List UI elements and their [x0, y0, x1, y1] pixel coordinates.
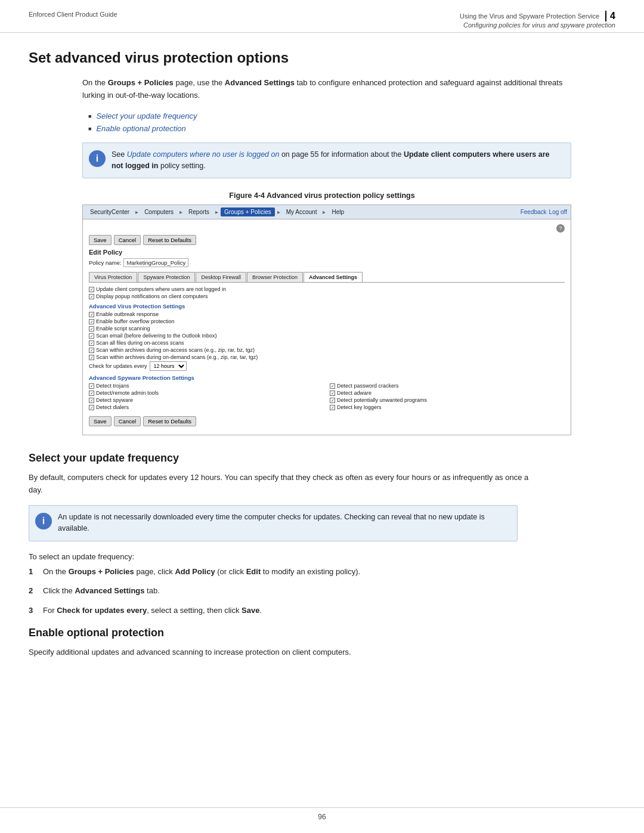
nav-reports[interactable]: Reports	[185, 208, 213, 216]
screenshot-policy-label: Policy name:	[89, 259, 121, 266]
cb-buffer[interactable]	[89, 319, 94, 324]
cb-row-email: Scan email (before delivering to the Out…	[89, 333, 565, 339]
cb-outbreak[interactable]	[89, 312, 94, 317]
screenshot-btn-row: Save Cancel Reset to Defaults	[89, 235, 565, 245]
screenshot-cancel-btn[interactable]: Cancel	[114, 235, 141, 245]
page-footer: 96	[0, 807, 644, 821]
cb-archives-demand-label: Scan within archives during on-demand sc…	[96, 354, 258, 360]
select-freq-section: Select your update frequency By default,…	[29, 452, 615, 617]
tab-advanced-settings[interactable]: Advanced Settings	[304, 272, 363, 282]
cb-dialers-label: Detect dialers	[96, 404, 129, 410]
header-chapter-title: Using the Virus and Spyware Protection S…	[460, 13, 599, 20]
screenshot-btn-row-bottom: Save Cancel Reset to Defaults	[89, 416, 565, 426]
nav-feedback[interactable]: Feedback	[521, 209, 547, 215]
nav-computers[interactable]: Computers	[141, 208, 177, 216]
screenshot-save-btn[interactable]: Save	[89, 235, 112, 245]
cb-password-crackers[interactable]	[330, 383, 335, 389]
cb-row-dialers: Detect dialers	[89, 404, 324, 410]
cb-password-crackers-label: Detect password crackers	[337, 383, 399, 389]
screenshot-edit-policy: Edit Policy	[89, 249, 565, 256]
bullet-list: Select your update frequency Enable opti…	[88, 112, 615, 133]
intro-paragraph: On the Groups + Policies page, use the A…	[82, 77, 571, 102]
screenshot-freq-label: Check for updates every	[89, 363, 147, 369]
select-freq-para: By default, computers check for updates …	[29, 472, 541, 497]
cb-archives-demand[interactable]	[89, 355, 94, 360]
cb-row-adware: Detect adware	[330, 390, 565, 396]
screenshot-reset-btn[interactable]: Reset to Defaults	[143, 235, 196, 245]
cb-row-archives-demand: Scan within archives during on-demand sc…	[89, 354, 565, 360]
step-1: 1 On the Groups + Policies page, click A…	[29, 566, 541, 578]
cb-adware-label: Detect adware	[337, 390, 371, 396]
cb-pup-label: Detect potentially unwanted programs	[337, 397, 427, 403]
tab-desktop-firewall[interactable]: Desktop Firewall	[196, 272, 246, 282]
help-icon[interactable]: ?	[556, 224, 565, 233]
cb-row-update-clients: Update client computers where users are …	[89, 286, 565, 292]
screenshot-spyware-grid: Detect trojans Detect/remote admin tools…	[89, 383, 565, 411]
tab-spyware-protection[interactable]: Spyware Protection	[138, 272, 195, 282]
screenshot-policy-input[interactable]: MarketingGroup_Policy	[123, 258, 188, 267]
info-link[interactable]: Update computers where no user is logged…	[127, 150, 280, 159]
cb-keyloggers[interactable]	[330, 405, 335, 410]
select-freq-info-box: i An update is not necessarily downloade…	[29, 505, 518, 541]
select-freq-heading: Select your update frequency	[29, 452, 615, 465]
cb-trojans-label: Detect trojans	[96, 383, 129, 389]
cb-all-files[interactable]	[89, 340, 94, 346]
cb-row-archives-access: Scan within archives during on-access sc…	[89, 347, 565, 353]
info-box: SecurityCenteri See Update computers whe…	[82, 143, 571, 179]
screenshot-reset-btn-bottom[interactable]: Reset to Defaults	[143, 416, 196, 426]
cb-update-clients[interactable]	[89, 287, 94, 292]
screenshot-tabs: Virus Protection Spyware Protection Desk…	[89, 272, 565, 283]
cb-row-display-popup: Display popup notifications on client co…	[89, 293, 565, 299]
screenshot-freq-select[interactable]: 12 hours	[150, 361, 187, 371]
cb-keyloggers-label: Detect key loggers	[337, 404, 382, 410]
cb-dialers[interactable]	[89, 405, 94, 410]
screenshot-freq-row: Check for updates every 12 hours	[89, 361, 565, 371]
steps-list: 1 On the Groups + Policies page, click A…	[29, 566, 615, 617]
nav-security-center[interactable]: SecurityCenter	[86, 208, 133, 216]
nav-help[interactable]: Help	[328, 208, 348, 216]
nav-my-account[interactable]: My Account	[283, 208, 321, 216]
cb-row-spyware: Detect spyware	[89, 397, 324, 403]
step-1-text: On the Groups + Policies page, click Add…	[43, 566, 360, 578]
cb-email[interactable]	[89, 333, 94, 339]
tab-virus-protection[interactable]: Virus Protection	[89, 272, 137, 282]
cb-row-admin-tools: Detect/remote admin tools	[89, 390, 324, 396]
footer-page-num: 96	[318, 813, 326, 821]
page-title: Set advanced virus protection options	[29, 49, 615, 66]
screenshot-cancel-btn-bottom[interactable]: Cancel	[114, 416, 141, 426]
nav-logout[interactable]: Log off	[549, 209, 567, 215]
cb-outbreak-label: Enable outbreak response	[96, 311, 159, 317]
cb-script-label: Enable script scanning	[96, 326, 150, 332]
cb-display-popup-label: Display popup notifications on client co…	[96, 293, 208, 299]
screenshot-policy-name-row: Policy name: MarketingGroup_Policy	[89, 258, 565, 267]
cb-adware[interactable]	[330, 391, 335, 396]
cb-script[interactable]	[89, 326, 94, 332]
figure-caption: Figure 4-4 Advanced virus protection pol…	[29, 191, 615, 200]
screenshot-save-btn-bottom[interactable]: Save	[89, 416, 112, 426]
step-3-num: 3	[29, 605, 38, 617]
info-icon-2: i	[35, 513, 52, 529]
cb-email-label: Scan email (before delivering to the Out…	[96, 333, 217, 339]
select-freq-info-text: An update is not necessarily downloaded …	[58, 512, 509, 535]
enable-section: Enable optional protection Specify addit…	[29, 627, 615, 659]
cb-archives-access-label: Scan within archives during on-access sc…	[96, 347, 255, 353]
page-number: 4	[605, 11, 615, 21]
select-update-link[interactable]: Select your update frequency	[96, 112, 197, 120]
step-3-text: For Check for updates every, select a se…	[43, 605, 262, 617]
cb-row-script: Enable script scanning	[89, 326, 565, 332]
cb-row-pup: Detect potentially unwanted programs	[330, 397, 565, 403]
cb-trojans[interactable]	[89, 383, 94, 389]
nav-groups-policies[interactable]: Groups + Policies	[221, 208, 275, 216]
cb-pup[interactable]	[330, 398, 335, 403]
cb-archives-access[interactable]	[89, 348, 94, 353]
tab-browser-protection[interactable]: Browser Protection	[247, 272, 303, 282]
screenshot-spyware-subsection: Advanced Spyware Protection Settings	[89, 374, 565, 381]
cb-admin-tools[interactable]	[89, 391, 94, 396]
step-2-num: 2	[29, 585, 38, 597]
cb-spyware[interactable]	[89, 398, 94, 403]
enable-protection-link[interactable]: Enable optional protection	[96, 124, 185, 133]
cb-buffer-label: Enable buffer overflow protection	[96, 318, 174, 324]
main-content: Set advanced virus protection options On…	[0, 33, 644, 691]
cb-display-popup[interactable]	[89, 294, 94, 299]
cb-row-keyloggers: Detect key loggers	[330, 404, 565, 410]
